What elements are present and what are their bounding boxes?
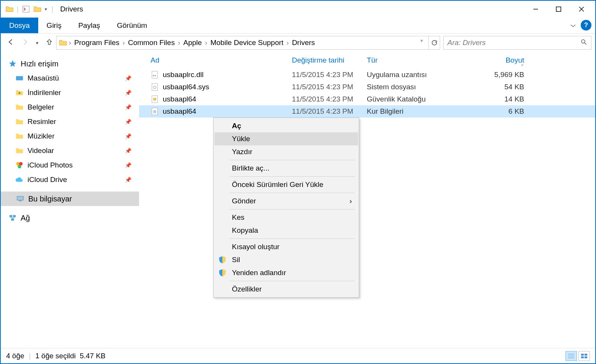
nav-item-icloud-photos[interactable]: iCloud Photos📌: [8, 158, 139, 172]
ribbon-expand-icon[interactable]: [565, 18, 581, 33]
ctx-install[interactable]: Yükle: [214, 132, 358, 145]
qat-separator: |: [52, 5, 53, 13]
folder-icon: [15, 132, 24, 140]
nav-item-pictures[interactable]: Resimler📌: [8, 114, 139, 129]
ctx-copy[interactable]: Kopyala: [214, 224, 358, 237]
ctx-delete[interactable]: Sil: [214, 253, 358, 266]
nav-item-downloads[interactable]: İndirilenler📌: [8, 85, 139, 100]
folder-icon: [15, 74, 24, 82]
pin-icon: 📌: [125, 119, 131, 125]
breadcrumb[interactable]: Apple: [182, 39, 204, 47]
icloud-photos-icon: [15, 161, 24, 169]
svg-rect-28: [581, 354, 584, 356]
recent-dropdown-icon[interactable]: ▾: [36, 40, 39, 46]
nav-item-music[interactable]: Müzikler📌: [8, 129, 139, 143]
file-row[interactable]: usbaapl64.sys 11/5/2015 4:23 PM Sistem d…: [139, 81, 595, 93]
svg-rect-29: [585, 354, 587, 356]
col-size[interactable]: Boyut⌄: [478, 56, 524, 64]
svg-rect-11: [17, 196, 24, 200]
nav-item-documents[interactable]: Belgeler📌: [8, 100, 139, 114]
column-headers: Ad Değiştirme tarihi Tür Boyut⌄: [139, 52, 595, 69]
ctx-open[interactable]: Aç: [214, 119, 358, 132]
ctx-separator: [230, 176, 355, 177]
svg-rect-14: [13, 215, 16, 217]
help-button[interactable]: ?: [581, 20, 591, 31]
chevron-right-icon[interactable]: ›: [178, 39, 180, 47]
chevron-right-icon[interactable]: ›: [69, 39, 71, 47]
nav-item-videos[interactable]: Videolar📌: [8, 143, 139, 158]
ctx-send-to[interactable]: Gönder›: [214, 195, 358, 208]
details-view-button[interactable]: [565, 351, 577, 361]
qat-dropdown-icon[interactable]: ▾: [45, 6, 47, 12]
pin-icon: 📌: [125, 148, 131, 154]
search-input[interactable]: Ara: Drivers: [443, 36, 591, 50]
folder-icon: [15, 147, 24, 155]
breadcrumb[interactable]: Mobile Device Support: [209, 39, 285, 47]
ctx-rename[interactable]: Yeniden adlandır: [214, 266, 358, 279]
cat-file-icon: [151, 95, 159, 103]
col-date[interactable]: Değiştirme tarihi: [292, 56, 367, 64]
tab-home[interactable]: Giriş: [38, 18, 70, 33]
file-list: Ad Değiştirme tarihi Tür Boyut⌄ usbaaplr…: [139, 52, 595, 348]
refresh-button[interactable]: [429, 36, 440, 50]
breadcrumb[interactable]: Drivers: [290, 39, 316, 47]
status-item-count: 4 öğe: [6, 352, 24, 360]
back-button[interactable]: [7, 38, 15, 48]
ctx-separator: [230, 193, 355, 193]
pin-icon: 📌: [125, 104, 131, 110]
col-type[interactable]: Tür: [367, 56, 478, 64]
search-icon[interactable]: [580, 39, 587, 47]
navigation-pane: Hızlı erişim Masaüstü📌 İndirilenler📌 Bel…: [1, 52, 139, 348]
nav-item-this-pc[interactable]: Bu bilgisayar: [1, 192, 139, 206]
col-name[interactable]: Ad: [151, 56, 292, 64]
ctx-create-shortcut[interactable]: Kısayol oluştur: [214, 240, 358, 253]
close-button[interactable]: [570, 2, 593, 17]
ctx-properties[interactable]: Özellikler: [214, 283, 358, 296]
ctx-open-with[interactable]: Birlikte aç...: [214, 162, 358, 175]
svg-point-22: [153, 98, 156, 100]
up-button[interactable]: [45, 38, 53, 48]
svg-rect-12: [19, 201, 21, 201]
svg-rect-30: [581, 356, 584, 358]
breadcrumb[interactable]: Program Files: [73, 39, 121, 47]
dll-file-icon: [151, 71, 159, 79]
tab-view[interactable]: Görünüm: [109, 18, 155, 33]
svg-rect-15: [11, 219, 14, 221]
breadcrumb[interactable]: Common Files: [126, 39, 176, 47]
tab-file[interactable]: Dosya: [1, 18, 38, 33]
folder-qat-icon[interactable]: [33, 5, 42, 13]
thumbnails-view-button[interactable]: [578, 351, 590, 361]
sys-file-icon: [151, 83, 159, 91]
svg-rect-16: [152, 71, 158, 78]
star-icon: [8, 60, 17, 68]
quick-access-header[interactable]: Hızlı erişim: [8, 56, 139, 71]
file-row[interactable]: usbaapl64 11/5/2015 4:23 PM Güvenlik Kat…: [139, 93, 595, 105]
address-bar[interactable]: › Program Files › Common Files › Apple ›…: [56, 36, 429, 50]
properties-qat-icon[interactable]: [22, 5, 30, 13]
chevron-right-icon[interactable]: ›: [123, 39, 125, 47]
svg-rect-7: [16, 76, 23, 81]
chevron-right-icon[interactable]: ›: [205, 39, 207, 47]
inf-file-icon: [151, 107, 159, 116]
forward-button[interactable]: [21, 38, 29, 48]
window-title: Drivers: [60, 5, 83, 13]
pin-icon: 📌: [125, 162, 131, 168]
address-dropdown-icon[interactable]: ˅: [418, 39, 426, 47]
svg-rect-2: [556, 7, 561, 11]
minimize-button[interactable]: [524, 2, 547, 17]
nav-item-desktop[interactable]: Masaüstü📌: [8, 71, 139, 85]
chevron-down-icon: ⌄: [520, 61, 524, 67]
shield-icon: [218, 256, 227, 264]
tab-share[interactable]: Paylaş: [70, 18, 109, 33]
status-bar: 4 öğe | 1 öğe seçildi 5.47 KB: [1, 348, 595, 363]
ctx-print[interactable]: Yazdır: [214, 145, 358, 158]
maximize-button[interactable]: [547, 2, 570, 17]
ctx-restore-previous[interactable]: Önceki Sürümleri Geri Yükle: [214, 178, 358, 191]
file-row[interactable]: usbaapl64 11/5/2015 4:23 PM Kur Bilgiler…: [139, 105, 595, 118]
nav-item-icloud-drive[interactable]: iCloud Drive📌: [8, 172, 139, 187]
file-row[interactable]: usbaaplrc.dll 11/5/2015 4:23 PM Uygulama…: [139, 69, 595, 81]
ctx-cut[interactable]: Kes: [214, 211, 358, 224]
chevron-right-icon[interactable]: ›: [287, 39, 289, 47]
svg-rect-19: [152, 84, 158, 90]
nav-item-network[interactable]: Ağ: [8, 211, 139, 225]
